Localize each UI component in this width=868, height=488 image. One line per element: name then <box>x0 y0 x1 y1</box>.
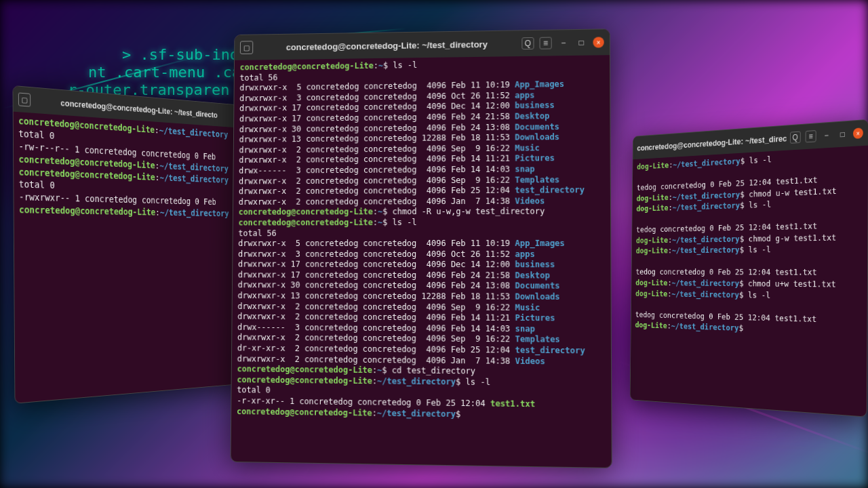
bg-code-line-1: > .sf-sub-ind <box>122 46 239 63</box>
maximize-icon[interactable]: □ <box>837 128 848 141</box>
window-title: concretedog@concretedog-Lite: ~/test_dir… <box>637 133 786 152</box>
terminal-window-right[interactable]: concretedog@concretedog-Lite: ~/test_dir… <box>630 119 868 418</box>
terminal-output[interactable]: concretedog@concretedog-Lite:~/test_dire… <box>14 112 244 222</box>
minimize-icon[interactable]: − <box>557 37 570 49</box>
terminal-window-left[interactable]: ▢ concretedog@concretedog-Lite: ~/test_d… <box>12 85 246 404</box>
bg-code-line-2: nt .cart-menu .ca <box>88 64 241 81</box>
terminal-window-center[interactable]: ▢ concretedog@concretedog-Lite: ~/test_d… <box>231 28 612 468</box>
close-icon[interactable]: × <box>853 127 863 139</box>
window-title: concretedog@concretedog-Lite: ~/test_dir… <box>257 39 517 52</box>
maximize-icon[interactable]: □ <box>575 37 587 49</box>
close-icon[interactable]: × <box>593 37 604 47</box>
hamburger-menu-icon[interactable]: ≡ <box>540 37 552 49</box>
minimize-icon[interactable]: − <box>821 129 832 142</box>
search-icon[interactable]: Q <box>790 131 801 144</box>
search-icon[interactable]: Q <box>521 37 534 49</box>
terminal-output[interactable]: dog-Lite:~/test_directory$ ls -l tedog c… <box>631 146 868 341</box>
hamburger-menu-icon[interactable]: ≡ <box>806 130 816 142</box>
new-tab-icon[interactable]: ▢ <box>240 41 253 54</box>
terminal-output[interactable]: concretedog@concretedog-Lite:~$ ls -l to… <box>231 55 611 424</box>
new-tab-icon[interactable]: ▢ <box>18 92 31 106</box>
